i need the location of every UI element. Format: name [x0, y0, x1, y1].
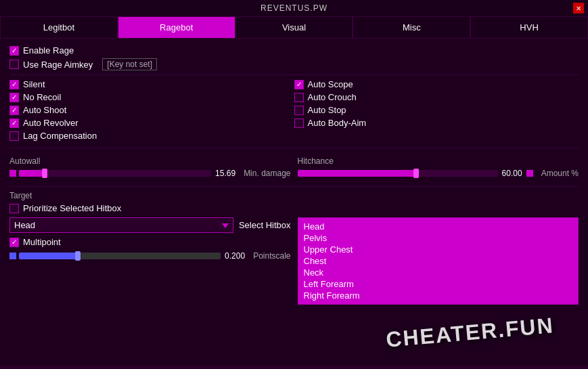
enable-rage-row: Enable Rage [9, 45, 579, 56]
hitbox-item-left-forearm[interactable]: Left Forearm [304, 278, 573, 290]
multipoint-checkbox[interactable] [9, 238, 19, 247]
hitchance-slider-label: Amount % [541, 169, 579, 178]
use-rage-aimkey-row: Use Rage Aimkey [Key not set] [9, 58, 579, 70]
enable-rage-label: Enable Rage [23, 45, 74, 56]
autowall-section: Autowall 15.69 Min. damage [9, 152, 291, 182]
target-label: Target [9, 191, 579, 200]
auto-crouch-checkbox[interactable] [294, 93, 304, 102]
pointscale-slider-thumb [75, 251, 81, 261]
tabs-container: Legitbot Ragebot Visual Misc HVH [0, 16, 588, 39]
auto-body-aim-row: Auto Body-Aim [294, 118, 572, 128]
title-bar: REVENTUS.PW ✕ [0, 0, 588, 16]
title-text: REVENTUS.PW [261, 3, 327, 13]
pointscale-slider-fill [19, 253, 79, 259]
silent-label: Silent [23, 79, 45, 89]
pointscale-color-box [9, 253, 16, 259]
no-recoil-row: No Recoil [9, 92, 288, 102]
no-recoil-label: No Recoil [23, 92, 61, 102]
multipoint-label: Multipoint [23, 237, 61, 247]
auto-crouch-label: Auto Crouch [308, 92, 357, 102]
hitchance-slider-thumb [413, 169, 419, 178]
enable-rage-checkbox[interactable] [9, 46, 19, 56]
hitchance-slider-value: 60.00 [502, 169, 522, 178]
hitbox-selected-value: Head [14, 220, 35, 230]
lag-compensation-checkbox[interactable] [9, 131, 19, 141]
autowall-color-box [9, 170, 16, 177]
hitbox-item-right-forearm[interactable]: Right Forearm [304, 290, 573, 301]
auto-body-aim-label: Auto Body-Aim [308, 118, 367, 128]
auto-shoot-label: Auto Shoot [23, 105, 66, 115]
content-area: Enable Rage Use Rage Aimkey [Key not set… [0, 39, 588, 366]
use-rage-aimkey-label: Use Rage Aimkey [23, 60, 93, 70]
watermark: CHEATER.FUN [385, 313, 555, 353]
hitbox-item-head[interactable]: Head [304, 221, 573, 232]
pointscale-slider-row: 0.200 Pointscale [9, 251, 291, 261]
select-hitbox-label: Select Hitbox [239, 220, 291, 230]
hitchance-label: Hitchance [298, 156, 579, 166]
hitbox-list: Head Pelvis Upper Chest Chest Neck Left … [298, 217, 579, 305]
dropdown-arrow-icon [222, 220, 229, 230]
hitchance-slider-track[interactable] [298, 170, 498, 177]
prioritize-hitbox-row: Prioritize Selected Hitbox [9, 203, 579, 213]
tab-hvh[interactable]: HVH [470, 16, 588, 39]
pointscale-slider-label: Pointscale [253, 251, 290, 261]
auto-revolver-row: Auto Revolver [9, 118, 288, 128]
hitbox-item-chest[interactable]: Chest [304, 255, 573, 267]
left-options: Silent No Recoil Auto Shoot Auto Revolve… [9, 79, 294, 144]
hitbox-item-upper-chest[interactable]: Upper Chest [304, 244, 573, 255]
lag-compensation-label: Lag Compensation [23, 131, 97, 141]
tab-ragebot[interactable]: Ragebot [118, 16, 235, 39]
tab-legitbot[interactable]: Legitbot [0, 16, 118, 39]
auto-body-aim-checkbox[interactable] [294, 118, 304, 128]
pointscale-slider-track[interactable] [19, 253, 221, 259]
auto-revolver-checkbox[interactable] [9, 118, 19, 128]
lag-compensation-row: Lag Compensation [9, 131, 288, 141]
autowall-slider-label: Min. damage [244, 169, 290, 178]
prioritize-hitbox-label: Prioritize Selected Hitbox [23, 203, 121, 213]
auto-scope-row: Auto Scope [294, 79, 572, 89]
sliders-row: Autowall 15.69 Min. damage Hitchance 60.… [9, 152, 579, 182]
auto-crouch-row: Auto Crouch [294, 92, 572, 102]
right-options: Auto Scope Auto Crouch Auto Stop Auto Bo… [294, 79, 579, 144]
left-bottom-section: Head Select Hitbox Multipoint [9, 217, 291, 299]
hitchance-slider-fill [298, 170, 418, 177]
auto-revolver-label: Auto Revolver [23, 118, 78, 128]
auto-scope-label: Auto Scope [308, 79, 353, 89]
autowall-label: Autowall [9, 156, 291, 166]
silent-checkbox[interactable] [9, 80, 19, 89]
autowall-slider-fill [19, 170, 42, 177]
autowall-slider-value: 15.69 [215, 169, 235, 178]
auto-shoot-checkbox[interactable] [9, 106, 19, 115]
auto-stop-row: Auto Stop [294, 105, 572, 115]
autowall-slider-track[interactable] [19, 170, 211, 177]
options-two-col: Silent No Recoil Auto Shoot Auto Revolve… [9, 79, 579, 144]
multipoint-row: Multipoint [9, 237, 291, 247]
key-not-set-label[interactable]: [Key not set] [102, 58, 157, 70]
use-rage-aimkey-checkbox[interactable] [9, 60, 19, 69]
pointscale-slider-value: 0.200 [225, 251, 245, 261]
target-section: Target Prioritize Selected Hitbox Head S… [9, 191, 579, 299]
auto-shoot-row: Auto Shoot [9, 105, 288, 115]
tab-misc[interactable]: Misc [353, 16, 470, 39]
autowall-slider-row: 15.69 Min. damage [9, 169, 291, 178]
close-button[interactable]: ✕ [573, 3, 584, 14]
autowall-slider-thumb [42, 169, 47, 178]
auto-stop-label: Auto Stop [308, 105, 346, 115]
hitbox-item-pelvis[interactable]: Pelvis [304, 232, 573, 244]
hitchance-color-box [526, 170, 533, 177]
hitchance-section: Hitchance 60.00 Amount % [298, 152, 579, 182]
hitchance-slider-row: 60.00 Amount % [298, 169, 579, 178]
right-bottom-section: Hitboxes To Scan: Head Pelvis Upper Ches… [298, 217, 579, 299]
prioritize-hitbox-checkbox[interactable] [9, 204, 19, 213]
auto-stop-checkbox[interactable] [294, 106, 304, 115]
bottom-section: Head Select Hitbox Multipoint [9, 217, 579, 299]
hitbox-select-box[interactable]: Head [9, 217, 233, 233]
auto-scope-checkbox[interactable] [294, 80, 304, 89]
silent-row: Silent [9, 79, 288, 89]
hitbox-item-neck[interactable]: Neck [304, 267, 573, 278]
hitbox-dropdown-row: Head Select Hitbox [9, 217, 291, 233]
tab-visual[interactable]: Visual [235, 16, 353, 39]
no-recoil-checkbox[interactable] [9, 93, 19, 102]
